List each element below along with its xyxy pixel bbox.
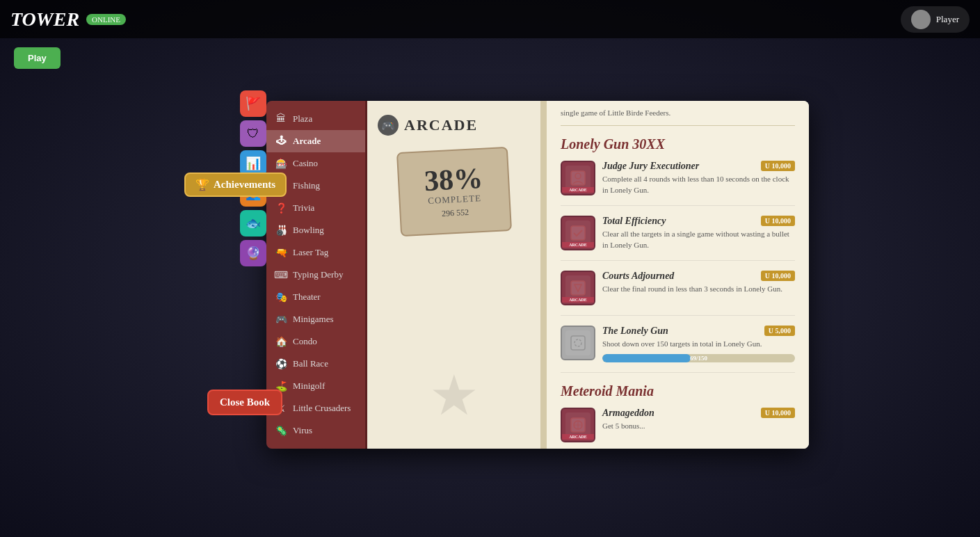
ballrace-icon: ⚽ (275, 358, 287, 370)
achievement-points-5: U 10,000 (761, 408, 795, 418)
achievement-thumb-4 (561, 326, 595, 360)
page-right: single game of Little Birde Feeders. Lon… (547, 101, 809, 449)
nav-item-plaza[interactable]: 🏛 Plaza (266, 108, 365, 130)
achievement-name-3: Courts Adjourned (602, 271, 674, 282)
nav-item-virus[interactable]: 🦠 Virus (266, 419, 365, 442)
close-book-button[interactable]: Close Book (207, 390, 282, 415)
section-lonely-gun-title: Lonely Gun 30XX (561, 136, 795, 152)
achievements-button[interactable]: 🏆 Achievements (184, 173, 287, 197)
lasertag-icon: 🔫 (275, 246, 287, 259)
achievement-name-row-1: Judge Jury Executioner U 10,000 (602, 161, 795, 172)
achievement-judge-jury: ARCADE Judge Jury Executioner U 10,000 C… (561, 161, 795, 206)
progress-bar-lonely-gun: 69/150 (602, 354, 795, 362)
nav-item-casino[interactable]: 🎰 Casino (266, 152, 365, 175)
achievement-name-row-4: The Lonely Gun U 5,000 (602, 326, 795, 337)
nav-item-arcade[interactable]: 🕹 Arcade (266, 130, 365, 152)
nav-label-zombiemassacre: Zombie Massacre (293, 447, 357, 449)
nav-item-theater[interactable]: 🎭 Theater (266, 286, 365, 308)
book: 🏛 Plaza 🕹 Arcade 🎰 Casino 🎣 Fishing ❓ Tr… (266, 101, 809, 449)
nav-label-bowling: Bowling (293, 225, 324, 236)
sidebar-icon-badge[interactable]: 🛡 (240, 120, 266, 147)
arcade-label-3: ARCADE (562, 297, 594, 303)
minigames-icon: 🎮 (275, 313, 287, 326)
achievement-points-4: U 5,000 (764, 326, 795, 336)
action-button[interactable]: Play (14, 47, 61, 69)
sidebar-icon-flag[interactable]: 🚩 (240, 90, 266, 117)
section-icon: 🎮 (378, 115, 399, 136)
trivia-icon: ❓ (275, 202, 287, 214)
arcade-label-2: ARCADE (562, 242, 594, 248)
nav-item-minigames[interactable]: 🎮 Minigames (266, 308, 365, 330)
svg-rect-3 (571, 281, 585, 295)
nav-item-lasertag[interactable]: 🔫 Laser Tag (266, 241, 365, 264)
trophy-icon: 🏆 (195, 178, 209, 191)
nav-label-arcade: Arcade (293, 136, 321, 147)
section-title: ARCADE (404, 116, 478, 134)
achievement-points-3: U 10,000 (761, 271, 795, 281)
achievement-thumb-1: ARCADE (561, 161, 595, 195)
nav-item-ballrace[interactable]: ⚽ Ball Race (266, 353, 365, 375)
achievement-name-row-5: Armageddon U 10,000 (602, 408, 795, 419)
achievement-desc-2: Clear all the targets in a single game w… (602, 229, 795, 250)
achievement-points-2: U 10,000 (761, 216, 795, 226)
section-intro: single game of Little Birde Feeders. (561, 108, 795, 126)
achievement-info-3: Courts Adjourned U 10,000 Clear the fina… (602, 271, 795, 294)
completion-sub: 296 552 (418, 206, 492, 221)
progress-bar-fill (602, 354, 691, 362)
condo-icon: 🏠 (275, 335, 287, 348)
sidebar-icon-fish[interactable]: 🐟 (240, 210, 266, 237)
page-left: 🎮 ARCADE 38% COMPLETE 296 552 ★ (367, 101, 541, 449)
svg-rect-4 (571, 336, 585, 350)
user-label: Player (936, 14, 959, 25)
arcade-label-1: ARCADE (562, 187, 594, 193)
bowling-icon: 🎳 (275, 224, 287, 237)
achievement-thumb-3: ARCADE (561, 271, 595, 305)
nav-label-trivia: Trivia (293, 202, 314, 214)
achievement-desc-1: Complete all 4 rounds with less than 10 … (602, 174, 795, 195)
nav-label-ballrace: Ball Race (293, 358, 328, 369)
svg-rect-2 (571, 226, 585, 240)
nav-label-minigolf: Minigolf (293, 380, 325, 392)
nav-item-typingderby[interactable]: ⌨ Typing Derby (266, 264, 365, 286)
top-bar: TOWER ONLINE Player (0, 0, 980, 38)
achievement-info-1: Judge Jury Executioner U 10,000 Complete… (602, 161, 795, 195)
achievement-name-row-2: Total Efficiency U 10,000 (602, 216, 795, 227)
achievement-lonely-gun: The Lonely Gun U 5,000 Shoot down over 1… (561, 326, 795, 372)
achievement-total-efficiency: ARCADE Total Efficiency U 10,000 Clear a… (561, 216, 795, 261)
arcade-icon: 🕹 (275, 135, 287, 147)
casino-icon: 🎰 (275, 157, 287, 170)
nav-label-condo: Condo (293, 336, 317, 347)
nav-label-typingderby: Typing Derby (293, 269, 343, 280)
typingderby-icon: ⌨ (275, 268, 287, 281)
achievement-name-1: Judge Jury Executioner (602, 161, 699, 172)
page-watermark: ★ (429, 363, 479, 428)
nav-label-theater: Theater (293, 291, 321, 303)
progress-bar-label: 69/150 (690, 355, 707, 362)
flag-icon: 🚩 (246, 96, 261, 111)
page-header: 🎮 ARCADE (378, 115, 530, 136)
achievement-name-2: Total Efficiency (602, 216, 666, 227)
sidebar-icon-planet[interactable]: 🔮 (240, 240, 266, 266)
online-badge: ONLINE (86, 14, 126, 25)
nav-item-condo[interactable]: 🏠 Condo (266, 330, 365, 353)
plaza-icon: 🏛 (275, 113, 287, 125)
nav-label-fishing: Fishing (293, 180, 320, 191)
completion-badge: 38% COMPLETE 296 552 (396, 147, 511, 237)
completion-percentage: 38% (416, 163, 491, 195)
achievement-courts-adjourned: ARCADE Courts Adjourned U 10,000 Clear t… (561, 271, 795, 316)
book-content: 🎮 ARCADE 38% COMPLETE 296 552 ★ single g… (367, 101, 809, 449)
nav-item-zombiemassacre[interactable]: 🧟 Zombie Massacre (266, 442, 365, 449)
virus-icon: 🦠 (275, 424, 287, 437)
avatar (911, 10, 931, 29)
achievement-desc-5: Get 5 bonus... (602, 421, 795, 431)
achievement-name-row-3: Courts Adjourned U 10,000 (602, 271, 795, 282)
achievements-label: Achievements (214, 179, 275, 191)
achievement-name-5: Armageddon (602, 408, 654, 419)
nav-item-trivia[interactable]: ❓ Trivia (266, 197, 365, 219)
nav-label-plaza: Plaza (293, 113, 312, 125)
fish-icon: 🐟 (246, 216, 261, 231)
nav-item-bowling[interactable]: 🎳 Bowling (266, 219, 365, 241)
achievement-info-5: Armageddon U 10,000 Get 5 bonus... (602, 408, 795, 431)
shield-icon: 🛡 (247, 127, 259, 141)
planet-icon: 🔮 (246, 246, 261, 261)
